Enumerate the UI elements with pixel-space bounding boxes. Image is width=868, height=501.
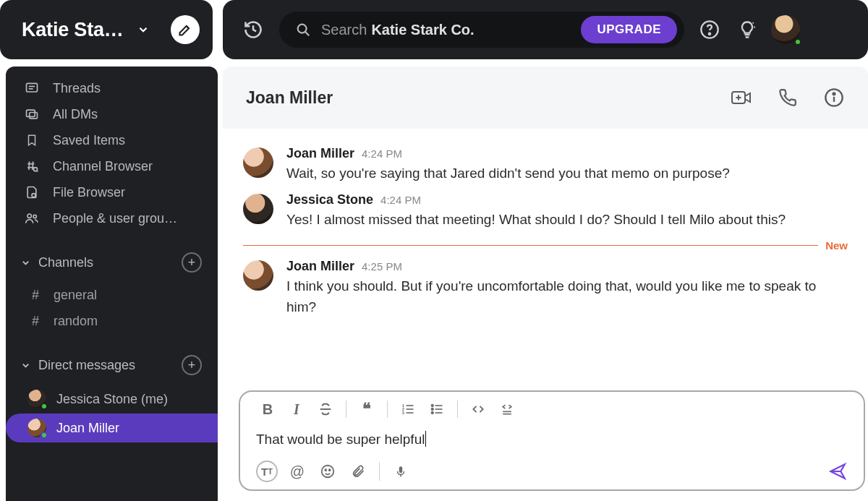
channel-item-random[interactable]: # random bbox=[6, 308, 218, 334]
svg-point-18 bbox=[709, 33, 710, 35]
sidebar-item-file-browser[interactable]: File Browser bbox=[6, 179, 218, 205]
sidebar-item-all-dms[interactable]: All DMs bbox=[6, 101, 218, 127]
sidebar-item-threads[interactable]: Threads bbox=[6, 75, 218, 101]
emoji-button[interactable] bbox=[312, 458, 343, 485]
people-icon bbox=[24, 210, 40, 226]
text-format-toggle[interactable]: TT bbox=[256, 461, 278, 482]
svg-point-15 bbox=[298, 25, 307, 33]
message-time: 4:24 PM bbox=[380, 194, 421, 206]
svg-point-13 bbox=[27, 214, 31, 218]
add-channel-button[interactable]: + bbox=[182, 252, 202, 273]
svg-text:3: 3 bbox=[402, 411, 405, 415]
message-time: 4:25 PM bbox=[362, 260, 402, 273]
typed-text: That would be super helpful bbox=[256, 432, 425, 447]
info-button[interactable] bbox=[823, 87, 845, 108]
sidebar: Katie Sta… Threads All DMs Saved Ite bbox=[0, 0, 218, 501]
section-label: Direct messages bbox=[38, 358, 135, 373]
message-author: Joan Miller bbox=[286, 146, 354, 161]
blockquote-button[interactable]: ❝ bbox=[352, 397, 381, 421]
sidebar-item-people[interactable]: People & user grou… bbox=[6, 205, 218, 231]
sidebar-item-saved[interactable]: Saved Items bbox=[6, 127, 218, 153]
svg-point-34 bbox=[431, 412, 433, 414]
channel-label: random bbox=[54, 314, 98, 329]
svg-line-10 bbox=[37, 171, 38, 172]
help-button[interactable] bbox=[697, 17, 722, 42]
svg-line-16 bbox=[305, 32, 309, 35]
search-input[interactable]: Search Katie Stark Co. UPGRADE bbox=[279, 12, 684, 48]
section-channels[interactable]: Channels + bbox=[6, 250, 218, 275]
send-button[interactable] bbox=[822, 458, 854, 485]
bulleted-list-button[interactable] bbox=[422, 397, 451, 421]
italic-button[interactable]: I bbox=[282, 397, 311, 421]
strikethrough-button[interactable] bbox=[311, 397, 340, 421]
avatar bbox=[243, 260, 273, 291]
add-video-button[interactable] bbox=[731, 87, 752, 108]
history-button[interactable] bbox=[239, 15, 268, 44]
message: Joan Miller 4:24 PM Wait, so you're sayi… bbox=[243, 142, 848, 188]
upgrade-button[interactable]: UPGRADE bbox=[581, 16, 677, 43]
workspace-switcher[interactable]: Katie Sta… bbox=[0, 0, 213, 59]
sidebar-label: Saved Items bbox=[53, 133, 125, 148]
message-text: Wait, so you're saying that Jared didn't… bbox=[286, 163, 848, 184]
channel-browser-icon bbox=[24, 158, 40, 174]
mention-button[interactable]: @ bbox=[282, 458, 312, 485]
top-bar: Search Katie Stark Co. UPGRADE bbox=[223, 0, 868, 59]
svg-rect-43 bbox=[399, 466, 403, 473]
presence-online-icon bbox=[41, 403, 48, 410]
avatar bbox=[243, 194, 273, 224]
message-author: Joan Miller bbox=[286, 259, 354, 274]
lightbulb-button[interactable] bbox=[735, 17, 760, 42]
svg-point-42 bbox=[329, 469, 331, 471]
svg-point-33 bbox=[431, 408, 433, 411]
conversation-header: Joan Miller bbox=[223, 67, 868, 129]
dm-item-joan[interactable]: Joan Miller bbox=[6, 414, 218, 442]
chevron-down-icon bbox=[137, 23, 150, 36]
attachment-button[interactable] bbox=[343, 458, 373, 485]
svg-rect-3 bbox=[27, 110, 35, 116]
dm-label: Jessica Stone (me) bbox=[56, 392, 168, 407]
sidebar-label: Threads bbox=[53, 81, 101, 96]
microphone-button[interactable] bbox=[386, 458, 416, 485]
search-context: Katie Stark Co. bbox=[371, 22, 474, 38]
svg-point-41 bbox=[325, 469, 326, 471]
message: Jessica Stone 4:24 PM Yes! I almost miss… bbox=[243, 188, 848, 234]
svg-line-7 bbox=[29, 161, 30, 170]
channel-item-general[interactable]: # general bbox=[6, 282, 218, 308]
chevron-down-icon bbox=[20, 360, 31, 371]
code-button[interactable] bbox=[464, 397, 493, 421]
section-direct-messages[interactable]: Direct messages + bbox=[6, 353, 218, 377]
divider-label: New bbox=[818, 239, 848, 252]
chevron-down-icon bbox=[20, 257, 31, 268]
user-avatar[interactable] bbox=[771, 15, 800, 44]
message-list: Joan Miller 4:24 PM Wait, so you're sayi… bbox=[223, 129, 868, 322]
avatar bbox=[27, 419, 46, 437]
message-author: Jessica Stone bbox=[286, 192, 373, 207]
ordered-list-button[interactable]: 123 bbox=[393, 397, 422, 421]
compose-button[interactable] bbox=[171, 15, 200, 44]
message: Joan Miller 4:25 PM I think you should. … bbox=[243, 254, 848, 322]
sidebar-label: People & user grou… bbox=[53, 211, 177, 226]
presence-online-icon bbox=[794, 38, 801, 46]
section-label: Channels bbox=[38, 255, 93, 270]
avatar bbox=[27, 390, 46, 408]
add-dm-button[interactable]: + bbox=[182, 355, 202, 375]
hash-icon: # bbox=[29, 314, 42, 329]
sidebar-label: Channel Browser bbox=[53, 159, 153, 174]
svg-rect-0 bbox=[27, 83, 38, 92]
bold-button[interactable]: B bbox=[253, 397, 282, 421]
composer-actions: TT @ bbox=[240, 453, 864, 489]
text-caret bbox=[425, 431, 426, 447]
all-dms-icon bbox=[24, 106, 40, 122]
svg-point-40 bbox=[322, 466, 334, 478]
svg-point-11 bbox=[32, 194, 35, 197]
composer: B I ❝ 123 bbox=[239, 390, 865, 491]
svg-rect-4 bbox=[30, 113, 38, 119]
code-block-button[interactable] bbox=[493, 397, 522, 421]
call-button[interactable] bbox=[777, 87, 799, 108]
hash-icon: # bbox=[29, 288, 42, 303]
sidebar-item-channel-browser[interactable]: Channel Browser bbox=[6, 153, 218, 179]
file-browser-icon bbox=[24, 184, 40, 200]
svg-point-14 bbox=[33, 215, 36, 218]
dm-item-jessica[interactable]: Jessica Stone (me) bbox=[6, 385, 218, 414]
message-input[interactable]: That would be super helpful bbox=[240, 427, 864, 453]
